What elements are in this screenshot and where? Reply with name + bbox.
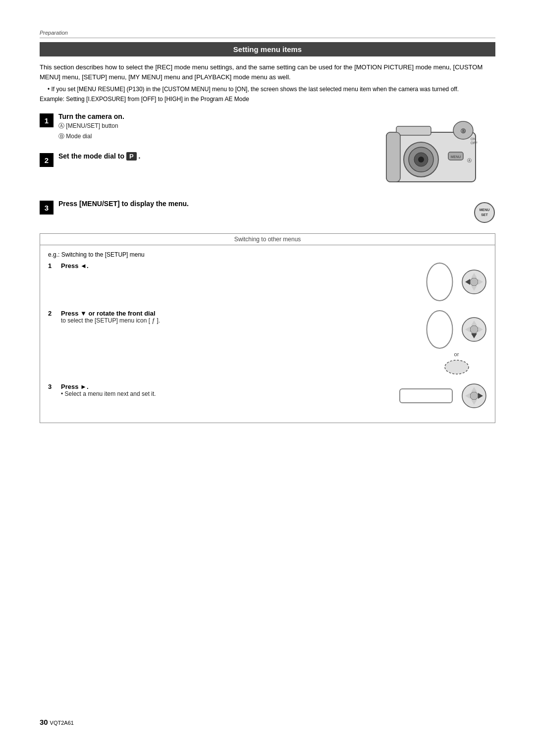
section-title: Setting menu items [40, 42, 495, 56]
step-3-right: MENU SET [446, 200, 495, 223]
step-3-left: 3 Press [MENU/SET] to display the menu. [40, 200, 446, 219]
step-2-row: 2 Set the mode dial to P . [40, 152, 357, 167]
front-dial-icon [444, 359, 470, 375]
svg-text:Ⓑ: Ⓑ [461, 128, 466, 134]
sw-step-1-icons [426, 262, 487, 302]
sw-step-1-content: Press ◄. [61, 262, 416, 270]
dpad-right-icon [461, 383, 487, 409]
svg-point-35 [470, 392, 478, 400]
sw-step-2-sub: to select the [SETUP] menu icon [ ƒ ]. [61, 317, 416, 324]
dpad-down-icon [461, 317, 487, 342]
svg-point-31 [445, 360, 469, 374]
camera-svg: Ⓑ MENU Ⓐ ON OFF [372, 112, 490, 192]
section-label: Preparation [40, 30, 495, 36]
sw-step-3-text: Press ►. [61, 383, 389, 390]
step-2-number: 2 [40, 153, 54, 167]
step-2-content: Set the mode dial to P . [58, 152, 357, 161]
svg-point-20 [470, 278, 478, 286]
page: Preparation Setting menu items This sect… [0, 0, 535, 756]
sw-step-3-num: 3 [48, 383, 57, 390]
svg-text:SET: SET [481, 213, 488, 216]
step-1-sub-b: Ⓑ Mode dial [58, 132, 357, 141]
step-2-title: Set the mode dial to P . [58, 152, 357, 161]
intro-bullet: • If you set [MENU RESUME] (P130) in the… [48, 85, 495, 94]
svg-point-27 [470, 325, 478, 333]
svg-text:ON: ON [471, 137, 476, 141]
switching-box: Switching to other menus e.g.: Switching… [40, 233, 495, 423]
sw-step-2-num: 2 [48, 310, 57, 317]
svg-point-24 [427, 311, 453, 348]
sw-step-1-text: Press ◄. [61, 262, 416, 270]
step-3-content: Press [MENU/SET] to display the menu. [58, 200, 446, 208]
intro-para-1: This section describes how to select the… [40, 62, 495, 82]
svg-point-7 [418, 157, 424, 162]
switching-content: e.g.: Switching to the [SETUP] menu 1 Pr… [40, 245, 495, 423]
or-label: or [454, 351, 459, 357]
step-3-inner-row: 3 Press [MENU/SET] to display the menu. [40, 200, 446, 215]
sw-step-1-row: 1 Press ◄. [48, 262, 487, 302]
step-3-row: 3 Press [MENU/SET] to display the menu. … [40, 200, 495, 223]
step-1-row: 1 Turn the camera on. Ⓐ [MENU/SET] butto… [40, 112, 357, 141]
page-number: 30 [40, 718, 48, 726]
menu-set-icon: MENU SET [474, 202, 495, 223]
rect-shape [399, 388, 453, 404]
svg-text:MENU: MENU [480, 208, 490, 212]
sw-step-2-content: Press ▼ or rotate the front dial to sele… [61, 310, 416, 324]
sw-step-3-row: 3 Press ►. • Select a menu item next and… [48, 383, 487, 409]
sw-step-3-sub: • Select a menu item next and set it. [61, 390, 389, 397]
svg-text:OFF: OFF [471, 141, 478, 145]
p-mode-box: P [126, 152, 137, 161]
step-3-title: Press [MENU/SET] to display the menu. [58, 200, 446, 208]
steps-1-2-area: 1 Turn the camera on. Ⓐ [MENU/SET] butto… [40, 112, 495, 192]
svg-text:Ⓐ: Ⓐ [467, 158, 472, 163]
step-3-number: 3 [40, 201, 54, 215]
svg-rect-1 [396, 126, 431, 135]
svg-text:MENU: MENU [451, 155, 461, 159]
camera-illustration-area: Ⓑ MENU Ⓐ ON OFF [367, 112, 495, 192]
svg-point-14 [475, 203, 494, 222]
svg-rect-13 [386, 132, 400, 182]
sw-step-2-icons: or [426, 310, 487, 375]
svg-rect-32 [400, 389, 452, 403]
step-1-title: Turn the camera on. [58, 112, 357, 120]
steps-1-2-left: 1 Turn the camera on. Ⓐ [MENU/SET] butto… [40, 112, 357, 172]
sw-step-3-icons [399, 383, 487, 409]
sw-step-2-row: 2 Press ▼ or rotate the front dial to se… [48, 310, 487, 375]
step-1-content: Turn the camera on. Ⓐ [MENU/SET] button … [58, 112, 357, 141]
footer: 30 VQT2A61 [40, 718, 74, 726]
oval-2 [426, 310, 453, 349]
svg-point-17 [427, 263, 453, 301]
intro-example: Example: Setting [I.EXPOSURE] from [OFF]… [40, 95, 495, 104]
step-1-sub-a: Ⓐ [MENU/SET] button [58, 121, 357, 131]
switching-header: Switching to other menus [40, 234, 495, 245]
sw-step-3-content: Press ►. • Select a menu item next and s… [61, 383, 389, 397]
oval-1 [426, 262, 453, 302]
switching-eg: e.g.: Switching to the [SETUP] menu [48, 251, 487, 258]
sw-step-1-num: 1 [48, 262, 57, 270]
sw-step-2-text: Press ▼ or rotate the front dial [61, 310, 416, 317]
dpad-left-icon [461, 269, 487, 295]
step-1-number: 1 [40, 113, 54, 127]
model-number: VQT2A61 [50, 720, 74, 726]
